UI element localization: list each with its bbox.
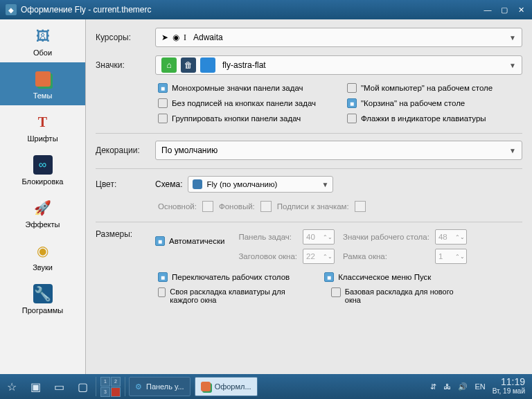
cursor-arrow-icon: ➤ xyxy=(161,33,168,42)
check-own-layout[interactable]: Своя раскладка клавиатуры для каждого ок… xyxy=(158,287,296,304)
chevron-down-icon: ▼ xyxy=(509,147,516,154)
sidebar-item-sounds[interactable]: ◉ Звуки xyxy=(0,234,85,277)
sidebar-item-label: Темы xyxy=(33,91,53,100)
caption-color-swatch[interactable] xyxy=(355,201,366,212)
checkbox-icon xyxy=(158,98,168,108)
chevron-down-icon: ▼ xyxy=(509,62,516,69)
icons-dropdown[interactable]: ⌂ 🗑 fly-astra-flat ▼ xyxy=(155,55,522,75)
scheme-label: Схема: xyxy=(155,179,182,189)
icons-label: Значки: xyxy=(96,60,155,70)
checkbox-icon xyxy=(347,114,357,123)
sidebar-item-themes[interactable]: Темы xyxy=(0,62,85,105)
fonts-icon: T xyxy=(33,112,53,132)
sidebar-item-label: Обои xyxy=(33,48,52,57)
maximize-button[interactable]: ▢ xyxy=(499,4,510,15)
sidebar-item-effects[interactable]: 🚀 Эффекты xyxy=(0,191,85,234)
task-item-panel[interactable]: ⚙ Панель у... xyxy=(129,377,190,396)
checkbox-icon xyxy=(158,114,168,123)
checkbox-icon xyxy=(331,287,341,297)
clock[interactable]: 11:19 Вт, 19 май xyxy=(493,378,525,396)
check-classic-start[interactable]: ■Классическое меню Пуск xyxy=(324,272,431,282)
sidebar-item-wallpapers[interactable]: 🖼 Обои xyxy=(0,19,85,62)
check-auto-sizes[interactable]: ■ Автоматически xyxy=(155,236,224,246)
check-trash-desktop[interactable]: ■"Корзина" на рабочем столе xyxy=(347,98,522,108)
check-base-layout[interactable]: Базовая раскладка для нового окна xyxy=(331,287,470,304)
bg-color-swatch[interactable] xyxy=(260,201,272,212)
scheme-dropdown[interactable]: Fly (по умолчанию) ▼ xyxy=(188,176,333,193)
checkbox-icon: ■ xyxy=(158,272,168,282)
desktop-icons-size-input[interactable]: 48 xyxy=(435,229,467,245)
check-group-buttons[interactable]: Группировать кнопки панели задач xyxy=(158,114,333,123)
system-tray: ⇵ 🖧 🔊 EN 11:19 Вт, 19 май xyxy=(423,378,532,396)
cursor-text-icon: I xyxy=(184,33,186,43)
sidebar-item-label: Блокировка xyxy=(22,177,64,186)
sidebar: 🖼 Обои Темы T Шрифты ∞ Блокировка 🚀 Эффе… xyxy=(0,19,86,374)
title-size-input[interactable]: 22 xyxy=(303,249,335,264)
start-button[interactable]: ☆ xyxy=(0,374,24,399)
cursors-label: Курсоры: xyxy=(96,33,155,42)
desktop-icons-size-label: Значки рабочего стола: xyxy=(343,233,429,241)
title-size-label: Заголовок окна: xyxy=(238,252,297,260)
sidebar-item-label: Эффекты xyxy=(25,220,60,229)
window: ◆ Оформление Fly - current.themerc — ▢ ✕… xyxy=(0,0,532,374)
workspace-pager[interactable]: 123 xyxy=(100,377,121,397)
cursors-value: Adwaita xyxy=(193,33,223,42)
home-icon: ⌂ xyxy=(161,57,177,73)
sidebar-item-label: Звуки xyxy=(33,263,53,272)
cursors-dropdown[interactable]: ➤ ◉ I Adwaita ▼ xyxy=(155,28,522,47)
themes-icon xyxy=(33,69,53,89)
taskbar: ☆ ▣ ▭ ▢ 123 ⚙ Панель у... Оформл... ⇵ 🖧 … xyxy=(0,374,532,399)
decorations-label: Декорации: xyxy=(96,145,155,155)
scheme-swatch-icon xyxy=(193,179,202,189)
check-my-computer[interactable]: "Мой компьютер" на рабочем столе xyxy=(347,83,522,93)
task-item-theme[interactable]: Оформл... xyxy=(195,377,258,396)
app-icon: ◆ xyxy=(6,4,17,15)
clock-time: 11:19 xyxy=(493,378,525,387)
usb-icon[interactable]: ⇵ xyxy=(430,382,436,391)
checkbox-icon xyxy=(347,83,357,93)
close-button[interactable]: ✕ xyxy=(515,4,526,15)
trash-icon: 🗑 xyxy=(181,57,196,73)
icons-value: fly-astra-flat xyxy=(222,60,266,70)
keyboard-layout-indicator[interactable]: EN xyxy=(475,382,485,391)
frame-size-label: Рамка окна: xyxy=(343,252,429,260)
show-desktop-button[interactable]: ▭ xyxy=(47,374,71,399)
decorations-dropdown[interactable]: По умолчанию ▼ xyxy=(155,141,522,160)
sidebar-item-programs[interactable]: 🔧 Программы xyxy=(0,277,85,320)
decorations-value: По умолчанию xyxy=(161,145,218,155)
sidebar-item-fonts[interactable]: T Шрифты xyxy=(0,105,85,148)
checkbox-icon xyxy=(158,287,166,297)
primary-color-label: Основной: xyxy=(158,202,197,211)
gear-icon: ⚙ xyxy=(135,382,142,391)
file-manager-button[interactable]: ▣ xyxy=(24,374,47,399)
lock-icon: ∞ xyxy=(33,155,53,175)
volume-icon[interactable]: 🔊 xyxy=(458,382,468,391)
checkbox-icon: ■ xyxy=(324,272,334,282)
color-label: Цвет: xyxy=(96,179,155,189)
sidebar-item-lock[interactable]: ∞ Блокировка xyxy=(0,148,85,191)
clock-date: Вт, 19 май xyxy=(493,387,525,396)
network-icon[interactable]: 🖧 xyxy=(443,382,451,391)
cursor-busy-icon: ◉ xyxy=(172,33,179,42)
checkbox-icon: ■ xyxy=(155,236,165,246)
minimize-button[interactable]: — xyxy=(482,4,493,15)
bg-color-label: Фоновый: xyxy=(219,202,255,211)
content: Курсоры: ➤ ◉ I Adwaita ▼ Значки: ⌂ 🗑 xyxy=(86,19,532,374)
check-mono-icons[interactable]: ■Монохромные значки панели задач xyxy=(158,83,333,93)
sounds-icon: ◉ xyxy=(33,241,53,260)
themes-icon xyxy=(201,382,211,391)
taskbar-size-label: Панель задач: xyxy=(238,233,297,241)
effects-icon: 🚀 xyxy=(33,198,53,218)
primary-color-swatch[interactable] xyxy=(202,201,213,212)
terminal-button[interactable]: ▢ xyxy=(71,374,94,399)
check-kbd-flags[interactable]: Флажки в индикаторе клавиатуры xyxy=(347,114,522,123)
check-no-captions[interactable]: Без подписей на кнопках панели задач xyxy=(158,98,333,108)
chevron-down-icon: ▼ xyxy=(509,34,516,42)
taskbar-size-input[interactable]: 40 xyxy=(303,229,335,245)
checkbox-icon: ■ xyxy=(347,98,357,108)
frame-size-input[interactable]: 1 xyxy=(435,249,467,264)
scheme-value: Fly (по умолчанию) xyxy=(206,180,277,188)
check-workspace-switcher[interactable]: ■Переключатель рабочих столов xyxy=(158,272,290,282)
desktop-icon xyxy=(200,57,215,73)
sidebar-item-label: Программы xyxy=(22,306,63,314)
